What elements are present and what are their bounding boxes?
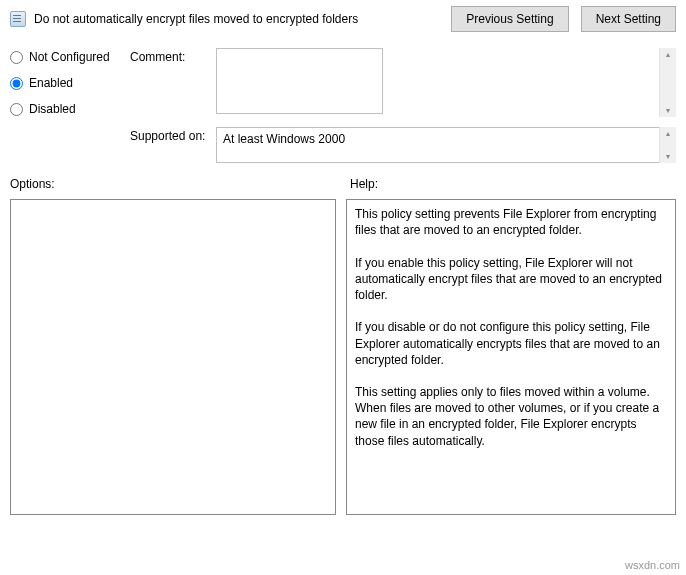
radio-disabled[interactable]: Disabled <box>10 102 130 116</box>
radio-enabled-label: Enabled <box>29 76 73 90</box>
radio-not-configured-label: Not Configured <box>29 50 110 64</box>
chevron-up-icon: ▴ <box>666 50 670 59</box>
options-label: Options: <box>10 177 350 191</box>
supported-scrollbar[interactable]: ▴ ▾ <box>659 127 676 163</box>
state-radio-group: Not Configured Enabled Disabled <box>10 48 130 163</box>
policy-title: Do not automatically encrypt files moved… <box>34 12 431 26</box>
policy-icon <box>10 11 26 27</box>
help-label: Help: <box>350 177 378 191</box>
next-setting-button[interactable]: Next Setting <box>581 6 676 32</box>
config-row: Not Configured Enabled Disabled Comment:… <box>0 40 686 163</box>
previous-setting-button[interactable]: Previous Setting <box>451 6 568 32</box>
radio-not-configured-input[interactable] <box>10 51 23 64</box>
radio-enabled-input[interactable] <box>10 77 23 90</box>
radio-disabled-label: Disabled <box>29 102 76 116</box>
comment-label: Comment: <box>130 48 216 64</box>
help-panel: This policy setting prevents File Explor… <box>346 199 676 515</box>
chevron-down-icon: ▾ <box>666 152 670 161</box>
radio-enabled[interactable]: Enabled <box>10 76 130 90</box>
comment-input[interactable] <box>216 48 383 114</box>
chevron-up-icon: ▴ <box>666 129 670 138</box>
radio-disabled-input[interactable] <box>10 103 23 116</box>
supported-row: Supported on: At least Windows 2000 ▴ ▾ <box>130 127 676 163</box>
section-labels: Options: Help: <box>0 163 686 195</box>
comment-scrollbar[interactable]: ▴ ▾ <box>659 48 676 117</box>
chevron-down-icon: ▾ <box>666 106 670 115</box>
field-column: Comment: ▴ ▾ Supported on: At least Wind… <box>130 48 676 163</box>
nav-buttons: Previous Setting Next Setting <box>451 6 676 32</box>
comment-row: Comment: ▴ ▾ <box>130 48 676 117</box>
radio-not-configured[interactable]: Not Configured <box>10 50 130 64</box>
supported-label: Supported on: <box>130 127 216 143</box>
options-panel <box>10 199 336 515</box>
header-row: Do not automatically encrypt files moved… <box>0 0 686 40</box>
supported-on-value: At least Windows 2000 <box>216 127 676 163</box>
panels-row: This policy setting prevents File Explor… <box>0 195 686 525</box>
watermark: wsxdn.com <box>625 559 680 571</box>
